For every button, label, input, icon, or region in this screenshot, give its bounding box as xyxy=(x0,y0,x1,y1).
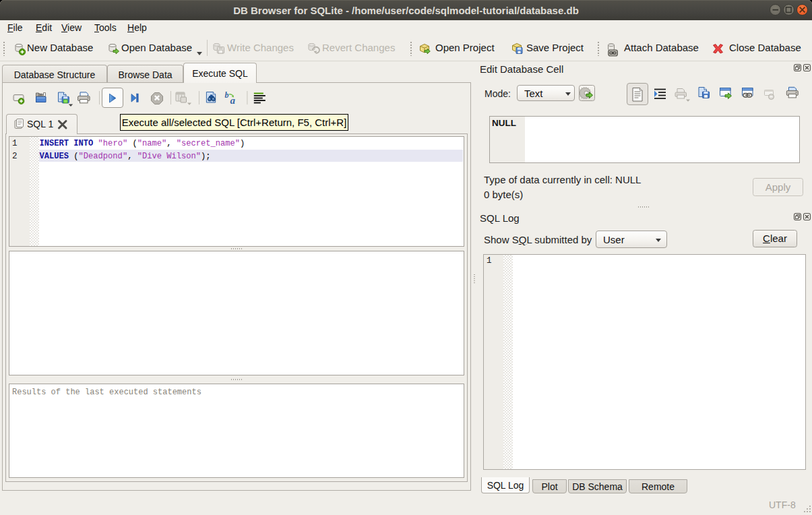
svg-text:b: b xyxy=(225,90,229,100)
